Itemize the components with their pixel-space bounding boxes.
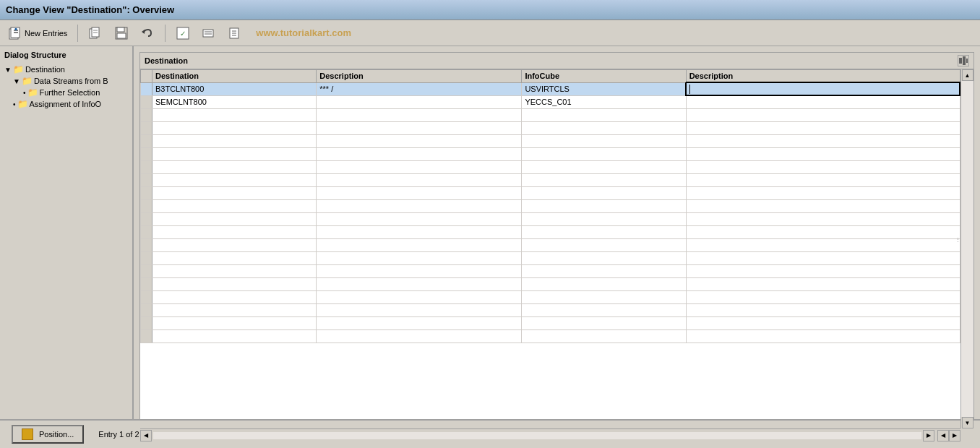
icon-4: ✓ bbox=[176, 26, 190, 40]
table-row-empty bbox=[141, 121, 960, 134]
row-indicator bbox=[141, 82, 152, 95]
cell-desc2[interactable] bbox=[686, 95, 960, 108]
cell-desc2[interactable] bbox=[686, 82, 960, 95]
button-4[interactable]: ✓ bbox=[172, 24, 194, 43]
toolbar: New Entries bbox=[0, 20, 980, 46]
folder-icon-streams: 📁 bbox=[22, 76, 33, 86]
folder-icon-further: 📁 bbox=[27, 87, 38, 98]
copy-button[interactable] bbox=[85, 24, 106, 43]
table-row-empty bbox=[141, 186, 960, 199]
left-panel: Dialog Structure ▼ 📁 Destination ▼ 📁 Dat… bbox=[0, 46, 134, 448]
sidebar-item-further-selection[interactable]: • 📁 Further Selection bbox=[3, 87, 129, 98]
sidebar-item-assignment-label: Assignment of InfoO bbox=[30, 100, 102, 108]
button-6[interactable] bbox=[224, 24, 246, 43]
table-row-empty bbox=[141, 225, 960, 238]
table-row-empty bbox=[141, 212, 960, 225]
hscroll2-right[interactable]: ▶ bbox=[949, 430, 960, 441]
bullet-assignment: • bbox=[13, 100, 16, 108]
svg-rect-23 bbox=[959, 58, 962, 64]
save-button[interactable] bbox=[111, 24, 132, 43]
toolbar-separator-2 bbox=[165, 25, 166, 42]
table-row[interactable]: B3TCLNT800*** /USVIRTCLS bbox=[141, 82, 960, 95]
table-row-empty bbox=[141, 160, 960, 173]
table-area: ▲ ▼ ⋮ Destination Descrip bbox=[140, 69, 973, 441]
col-resize-handle[interactable]: ⋮ bbox=[955, 237, 960, 242]
position-icon bbox=[22, 428, 33, 440]
position-button[interactable]: Position... bbox=[12, 425, 84, 444]
svg-rect-25 bbox=[966, 59, 968, 63]
position-button-label: Position... bbox=[39, 430, 74, 439]
sidebar-item-data-streams[interactable]: ▼ 📁 Data Streams from B bbox=[3, 75, 129, 87]
new-entries-icon bbox=[8, 26, 22, 40]
svg-rect-16 bbox=[203, 30, 213, 37]
right-panel: Destination ▲ ▼ bbox=[134, 46, 980, 448]
main-area: Dialog Structure ▼ 📁 Destination ▼ 📁 Dat… bbox=[0, 46, 980, 448]
table-row[interactable]: SEMCLNT800YECCS_C01 bbox=[141, 95, 960, 108]
svg-text:✓: ✓ bbox=[180, 30, 186, 38]
folder-icon-destination: 📁 bbox=[13, 64, 24, 74]
cell-destination[interactable]: B3TCLNT800 bbox=[152, 82, 317, 95]
col-header-desc2: Description bbox=[686, 70, 960, 83]
undo-icon bbox=[140, 26, 155, 40]
table-row-empty bbox=[141, 134, 960, 147]
table-container: Destination ▲ ▼ bbox=[139, 52, 974, 442]
column-resize-button[interactable] bbox=[958, 55, 969, 66]
cell-description[interactable]: *** / bbox=[317, 82, 522, 95]
hscroll[interactable]: ◀ ▶ ◀ ▶ bbox=[140, 428, 960, 441]
table-row-empty bbox=[141, 173, 960, 186]
title-bar: Change View "Destination": Overview bbox=[0, 0, 980, 20]
col-header-description: Description bbox=[317, 70, 522, 83]
sidebar-item-destination[interactable]: ▼ 📁 Destination bbox=[3, 64, 129, 75]
svg-rect-12 bbox=[117, 33, 126, 38]
cell-infocube[interactable]: YECCS_C01 bbox=[522, 95, 686, 108]
entry-count: Entry 1 of 2 bbox=[98, 430, 139, 439]
sidebar-item-further-selection-label: Further Selection bbox=[40, 88, 100, 97]
undo-button[interactable] bbox=[137, 24, 158, 43]
table-row-empty bbox=[141, 316, 960, 329]
new-entries-label: New Entries bbox=[25, 29, 67, 38]
vscroll-up[interactable]: ▲ bbox=[962, 69, 973, 81]
table-row-empty bbox=[141, 264, 960, 277]
cell-description[interactable] bbox=[317, 95, 522, 108]
folder-icon-assignment: 📁 bbox=[17, 99, 28, 109]
cell-infocube[interactable]: USVIRTCLS bbox=[522, 82, 686, 95]
sidebar-item-assignment[interactable]: • 📁 Assignment of InfoO bbox=[3, 98, 129, 110]
vscroll[interactable]: ▲ ▼ bbox=[960, 69, 973, 428]
cell-destination[interactable]: SEMCLNT800 bbox=[152, 95, 317, 108]
row-indicator bbox=[141, 95, 152, 108]
svg-rect-24 bbox=[963, 56, 966, 65]
watermark: www.tutorialkart.com bbox=[256, 27, 351, 38]
icon-6 bbox=[228, 26, 242, 40]
svg-marker-13 bbox=[142, 30, 145, 34]
table-header-bar: Destination bbox=[140, 53, 973, 69]
table-row-empty bbox=[141, 303, 960, 316]
hscroll-right[interactable]: ▶ bbox=[923, 430, 934, 441]
dialog-structure-title: Dialog Structure bbox=[3, 49, 129, 61]
table-row-empty bbox=[141, 199, 960, 212]
icon-5 bbox=[202, 26, 216, 40]
table-row-empty bbox=[141, 251, 960, 264]
new-entries-button[interactable]: New Entries bbox=[4, 24, 71, 43]
table-row-empty bbox=[141, 277, 960, 290]
table-title: Destination bbox=[145, 56, 188, 65]
table-row-empty bbox=[141, 147, 960, 160]
expand-icon: ▼ bbox=[4, 66, 12, 74]
svg-rect-11 bbox=[117, 27, 124, 32]
expand-icon-streams: ▼ bbox=[13, 77, 20, 85]
main-table: Destination Description InfoCube Descrip… bbox=[140, 69, 960, 343]
col-header-infocube: InfoCube bbox=[522, 70, 686, 83]
vscroll-track bbox=[961, 81, 973, 417]
bullet-further: • bbox=[23, 89, 26, 97]
table-row-empty bbox=[141, 290, 960, 303]
save-icon bbox=[114, 26, 129, 40]
hscroll-left[interactable]: ◀ bbox=[140, 430, 152, 441]
table-scroll[interactable]: Destination Description InfoCube Descrip… bbox=[140, 69, 973, 441]
vscroll-down[interactable]: ▼ bbox=[962, 417, 973, 428]
hscroll-track bbox=[153, 432, 921, 439]
hscroll2-left[interactable]: ◀ bbox=[937, 430, 949, 441]
button-5[interactable] bbox=[198, 24, 220, 43]
sidebar-item-destination-label: Destination bbox=[25, 65, 65, 74]
col-header-indicator bbox=[141, 70, 152, 83]
sidebar-item-data-streams-label: Data Streams from B bbox=[34, 77, 108, 85]
col-header-destination: Destination bbox=[152, 70, 317, 83]
